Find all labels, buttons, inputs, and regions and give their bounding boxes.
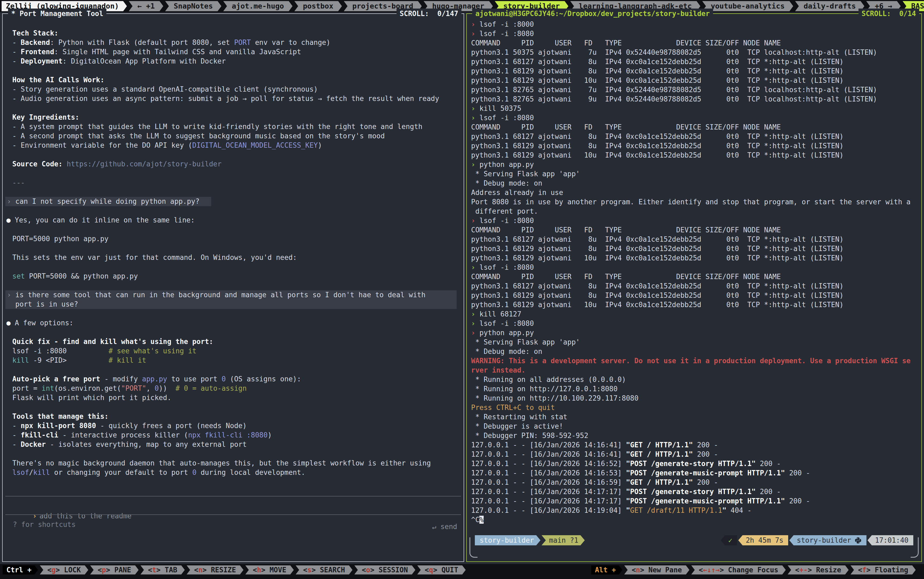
terminal-line <box>12 169 458 178</box>
terminal-line: Auto-pick a free port - modify app.py to… <box>12 375 458 384</box>
keybind-resize[interactable]: <+-> Resize <box>788 565 849 574</box>
status-segment-story-builder: story-builder <box>475 535 541 545</box>
terminal-line: › lsof -i :8080 <box>471 216 917 226</box>
terminal-line: * Running on http://10.100.229.117:8080 <box>471 394 917 403</box>
tab-bar: Zellij (glowing-iguanadon) ← +1SnapNotes… <box>0 0 924 12</box>
chat-input-row[interactable]: ›add this to the readme ↵ send <box>5 500 461 510</box>
tab-1[interactable]: ← +1 <box>129 1 163 11</box>
modifier-ctrl: Ctrl + <box>3 565 38 574</box>
keybind-resize[interactable]: <n> RESIZE <box>187 565 244 574</box>
terminal-line: - A second prompt that asks the LLM to s… <box>12 131 458 141</box>
terminal-line: › is there some tool that can run in the… <box>5 290 457 300</box>
terminal-line <box>12 365 458 375</box>
terminal-line: * Debug mode: on <box>471 347 917 356</box>
shortcuts-hint: ? for shortcuts <box>5 519 75 530</box>
terminal-line: Port 8080 is in use by another program. … <box>471 197 917 207</box>
terminal-line: python3.1 68127 ajotwani 8u IPv4 0xc0a1c… <box>471 57 917 67</box>
status-right-segments: ✓2h 45m 7sstory-builder 17:01:40 <box>720 535 913 545</box>
terminal-line: lsof -i :8080 # see what's using it <box>12 347 458 356</box>
terminal-line: * Restarting with stat <box>471 412 917 422</box>
terminal-line <box>12 309 458 318</box>
terminal-line: - fkill-cli - interactive process killer… <box>12 430 458 440</box>
left-pane-port-management-tool[interactable]: * Port Management Tool SCROLL: 0/147 Tec… <box>2 13 464 562</box>
workspace: * Port Management Tool SCROLL: 0/147 Tec… <box>0 12 924 564</box>
terminal-line: ● Yes, you can do it inline on the same … <box>7 216 458 225</box>
terminal-line: - Environment variable for the DO API ke… <box>12 141 458 150</box>
terminal-line: › can I not specify while doing python a… <box>5 197 211 206</box>
terminal-line: * Serving Flask app 'app' <box>471 338 917 347</box>
keybind-session[interactable]: <o> SESSION <box>354 565 415 574</box>
terminal-line: COMMAND PID USER FD TYPE DEVICE SIZE/OFF… <box>471 123 917 132</box>
terminal-line: - Frontend: Single HTML page with Tailwi… <box>12 47 458 57</box>
keybind-change-focus[interactable]: <←↓↑→> Change Focus <box>691 565 786 574</box>
keybind-new-pane[interactable]: <n> New Pane <box>624 565 689 574</box>
terminal-line: › lsof -i :8080 <box>471 263 917 272</box>
terminal-line: 127.0.0.1 - - [16/Jan/2026 14:16:41] "GE… <box>471 450 917 459</box>
terminal-line: 127.0.0.1 - - [16/Jan/2026 14:19:04] "GE… <box>471 506 917 515</box>
terminal-line <box>12 449 458 458</box>
status-segment-item: ✓ <box>721 535 737 545</box>
terminal-line: 127.0.0.1 - - [16/Jan/2026 14:17:17] "PO… <box>471 496 917 506</box>
chat-input-text[interactable]: add this to the readme <box>39 512 131 520</box>
terminal-line: - npx kill-port 8080 - quickly frees a p… <box>12 421 458 430</box>
status-segment-main-1: main ?1 <box>542 535 585 545</box>
terminal-line: python3.1 68129 ajotwani 10u IPv4 0xc0a1… <box>471 150 917 160</box>
keybind-lock[interactable]: <g> LOCK <box>40 565 88 574</box>
terminal-line <box>12 262 458 272</box>
terminal-line: * Debug mode: on <box>471 179 917 188</box>
terminal-line: Address already in use <box>471 188 917 197</box>
tab-youtube-analytics[interactable]: youtube-analytics <box>702 1 793 11</box>
send-button[interactable]: ↵ send <box>432 521 457 532</box>
terminal-line: python3.1 68129 ajotwani 8u IPv4 0xc0a1c… <box>471 67 917 76</box>
terminal-line: lsof/kill or changing your default to po… <box>12 468 458 477</box>
terminal-line: › lsof -i :8080 <box>471 113 917 123</box>
terminal-line: Flask will print which port it picked. <box>12 393 458 402</box>
python-icon <box>855 537 862 544</box>
terminal-line: python3.1 68129 ajotwani 10u IPv4 0xc0a1… <box>471 76 917 85</box>
tab-snapnotes[interactable]: SnapNotes <box>165 1 222 11</box>
shell-status-line: story-buildermain ?1 ✓2h 45m 7sstory-bui… <box>475 535 913 545</box>
terminal-line: set PORT=5000 && python app.py <box>12 272 458 281</box>
terminal-line: COMMAND PID USER FD TYPE DEVICE SIZE/OFF… <box>471 272 917 281</box>
terminal-line: › python app.py <box>471 328 917 338</box>
terminal-line <box>12 150 458 159</box>
terminal-line: 127.0.0.1 - - [16/Jan/2026 14:16:53] "PO… <box>471 468 917 478</box>
terminal-line: - Deployment: DigitalOcean App Platform … <box>12 57 458 66</box>
terminal-line: Source Code: https://github.com/ajot/sto… <box>12 159 458 169</box>
status-segment-story-builder: story-builder <box>789 535 867 545</box>
modifier-alt: Alt + <box>591 565 622 574</box>
keybind-move[interactable]: <h> MOVE <box>245 565 294 574</box>
terminal-line: 127.0.0.1 - - [16/Jan/2026 14:17:17] "PO… <box>471 487 917 496</box>
terminal-line: port = int(os.environ.get("PORT", 0)) # … <box>12 384 458 393</box>
terminal-line: › python app.py <box>471 160 917 169</box>
prompt-frame-corner <box>469 537 478 558</box>
terminal-line: python3.1 68127 ajotwani 8u IPv4 0xc0a1c… <box>471 132 917 141</box>
terminal-line: COMMAND PID USER FD TYPE DEVICE SIZE/OFF… <box>471 38 917 48</box>
keybind-quit[interactable]: <q> QUIT <box>417 565 466 574</box>
terminal-line <box>12 244 458 253</box>
tab-daily-drafts[interactable]: daily-drafts <box>795 1 864 11</box>
keybind-pane[interactable]: <p> PANE <box>90 565 138 574</box>
terminal-line: port is in use? <box>5 300 457 309</box>
terminal-line <box>12 188 458 197</box>
terminal-line: 127.0.0.1 - - [16/Jan/2026 14:16:59] "GE… <box>471 478 917 487</box>
tab-postbox[interactable]: postbox <box>294 1 342 11</box>
keybind-search[interactable]: <s> SEARCH <box>296 565 353 574</box>
terminal-line: * Running on all addresses (0.0.0.0) <box>471 375 917 384</box>
right-pane-terminal[interactable]: ajotwani@H3GPC6JY46:~/Dropbox/dev_projec… <box>466 13 922 562</box>
keybind-tab[interactable]: <t> TAB <box>140 565 185 574</box>
terminal-line: Quick fix - find and kill what's using t… <box>12 337 458 347</box>
terminal-line: ^C% <box>471 515 917 525</box>
terminal-line: › lsof -i :8080 <box>471 29 917 38</box>
terminal-line: This sets the env var just for that comm… <box>12 253 458 262</box>
terminal-line: python3.1 68129 ajotwani 8u IPv4 0xc0a1c… <box>471 244 917 254</box>
terminal-line: * Serving Flask app 'app' <box>471 169 917 179</box>
status-segment-17-01-40: 17:01:40 <box>868 535 913 545</box>
keybind-floating[interactable]: <f> Floating <box>850 565 916 574</box>
terminal-line: COMMAND PID USER FD TYPE DEVICE SIZE/OFF… <box>471 226 917 235</box>
prompt-frame-corner <box>911 537 919 558</box>
chat-transcript: Tech Stack:- Backend: Python with Flask … <box>3 14 464 477</box>
terminal-line: How the AI Calls Work: <box>12 75 458 85</box>
status-segment-2h-45m-7s: 2h 45m 7s <box>738 535 788 545</box>
tab-ajot-me-hugo[interactable]: ajot.me-hugo <box>223 1 292 11</box>
